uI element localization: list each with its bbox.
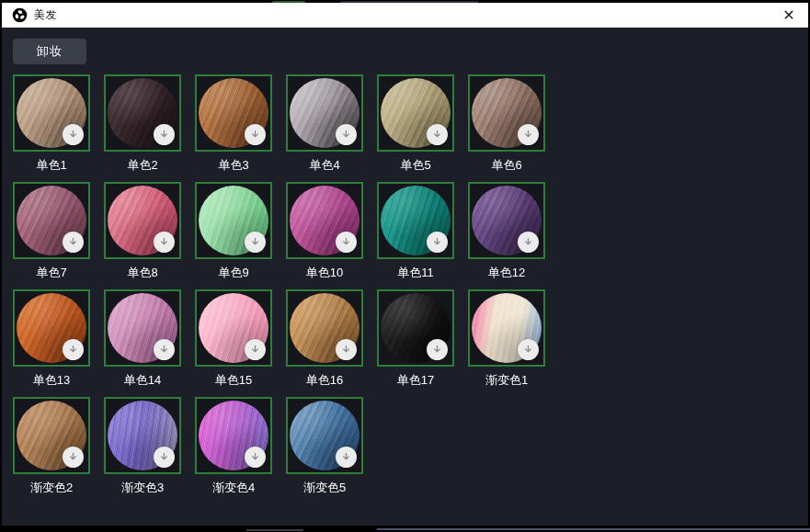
download-icon[interactable] — [154, 339, 175, 360]
download-icon[interactable] — [245, 339, 266, 360]
hair-style-item[interactable]: 单色16 — [286, 289, 363, 388]
download-icon[interactable] — [245, 447, 266, 468]
hair-style-item[interactable]: 单色9 — [195, 182, 272, 280]
hair-swatch-tile[interactable] — [286, 182, 363, 259]
download-icon[interactable] — [63, 447, 84, 468]
download-icon[interactable] — [518, 124, 539, 145]
hair-style-label: 渐变色2 — [13, 480, 90, 495]
hair-swatch-tile[interactable] — [104, 74, 181, 152]
hair-swatch-tile[interactable] — [104, 182, 181, 259]
hair-style-item[interactable]: 渐变色3 — [104, 397, 181, 495]
hair-style-item[interactable]: 单色17 — [377, 289, 454, 388]
hair-style-item[interactable]: 单色6 — [468, 74, 545, 173]
hair-style-item[interactable]: 渐变色4 — [195, 397, 272, 495]
hair-style-item[interactable]: 单色8 — [104, 182, 181, 280]
hair-swatch-tile[interactable] — [377, 74, 454, 152]
hair-swatch-tile[interactable] — [104, 397, 181, 474]
hair-swatch-tile[interactable] — [195, 289, 272, 367]
hair-swatch-tile[interactable] — [104, 289, 181, 367]
hair-style-label: 单色1 — [13, 157, 90, 173]
hair-swatch-tile[interactable] — [195, 397, 272, 474]
hair-style-label: 单色9 — [195, 265, 272, 280]
hair-style-label: 单色2 — [104, 157, 181, 173]
window-frame: 美发 ✕ 卸妆 单色1 单色2 — [0, 0, 810, 532]
hair-style-item[interactable]: 单色1 — [13, 74, 90, 173]
download-icon[interactable] — [336, 339, 357, 360]
hair-style-item[interactable]: 单色5 — [377, 74, 454, 173]
background-artifact — [246, 529, 303, 531]
hair-style-label: 单色6 — [468, 157, 545, 173]
download-icon[interactable] — [518, 339, 539, 360]
hair-style-grid: 单色1 单色2 单色3 — [13, 74, 808, 495]
hair-style-item[interactable]: 单色13 — [13, 289, 90, 388]
hair-style-label: 渐变色5 — [286, 480, 363, 495]
download-icon[interactable] — [518, 232, 539, 253]
download-icon[interactable] — [154, 232, 175, 253]
close-button[interactable]: ✕ — [779, 6, 799, 26]
hair-style-item[interactable]: 单色3 — [195, 74, 272, 173]
download-icon[interactable] — [427, 232, 448, 253]
hair-style-item[interactable]: 单色15 — [195, 289, 272, 388]
hair-swatch-tile[interactable] — [13, 397, 90, 474]
download-icon[interactable] — [336, 232, 357, 253]
background-app-bottom-strip — [0, 526, 810, 532]
download-icon[interactable] — [245, 124, 266, 145]
hair-style-label: 单色17 — [377, 372, 454, 388]
background-artifact — [377, 528, 810, 530]
hair-swatch-tile[interactable] — [377, 182, 454, 259]
download-icon[interactable] — [63, 339, 84, 360]
hair-style-item[interactable]: 单色11 — [377, 182, 454, 280]
download-icon[interactable] — [427, 339, 448, 360]
hair-swatch-tile[interactable] — [468, 289, 545, 367]
hair-style-label: 单色8 — [104, 265, 181, 280]
download-icon[interactable] — [154, 124, 175, 145]
hair-style-item[interactable]: 渐变色2 — [13, 397, 90, 495]
hair-swatch-tile[interactable] — [286, 74, 363, 152]
hair-style-label: 渐变色1 — [468, 372, 545, 388]
hair-swatch-tile[interactable] — [468, 182, 545, 259]
hair-swatch-tile[interactable] — [13, 182, 90, 259]
hair-style-item[interactable]: 单色2 — [104, 74, 181, 173]
download-icon[interactable] — [63, 124, 84, 145]
hair-swatch-tile[interactable] — [195, 182, 272, 259]
remove-makeup-button[interactable]: 卸妆 — [13, 39, 86, 64]
download-icon[interactable] — [427, 124, 448, 145]
hair-style-item[interactable]: 单色12 — [468, 182, 545, 280]
hair-style-label: 单色12 — [468, 265, 545, 280]
window-title: 美发 — [34, 7, 57, 23]
hair-style-label: 渐变色4 — [195, 480, 272, 495]
download-icon[interactable] — [336, 124, 357, 145]
download-icon[interactable] — [154, 447, 175, 468]
hair-style-label: 单色10 — [286, 265, 363, 280]
hair-swatch-tile[interactable] — [13, 289, 90, 367]
hair-style-label: 单色7 — [13, 265, 90, 280]
hair-swatch-tile[interactable] — [468, 74, 545, 152]
hair-style-label: 单色4 — [286, 157, 363, 173]
hair-swatch-tile[interactable] — [13, 74, 90, 152]
hair-style-label: 单色14 — [104, 372, 181, 388]
hair-style-label: 单色3 — [195, 157, 272, 173]
hair-swatch-tile[interactable] — [286, 397, 363, 474]
hair-style-item[interactable]: 渐变色5 — [286, 397, 363, 495]
hair-style-label: 单色11 — [377, 265, 454, 280]
download-icon[interactable] — [63, 232, 84, 253]
titlebar[interactable]: 美发 ✕ — [2, 3, 808, 28]
hair-style-label: 单色13 — [13, 372, 90, 388]
dialog-content: 卸妆 单色1 单色2 — [2, 28, 808, 526]
hair-swatch-tile[interactable] — [195, 74, 272, 152]
hair-style-label: 渐变色3 — [104, 480, 181, 495]
hair-style-item[interactable]: 渐变色1 — [468, 289, 545, 388]
hair-style-label: 单色5 — [377, 157, 454, 173]
hair-style-item[interactable]: 单色7 — [13, 182, 90, 280]
hair-style-label: 单色16 — [286, 372, 363, 388]
download-icon[interactable] — [336, 447, 357, 468]
hair-style-label: 单色15 — [195, 372, 272, 388]
hair-style-item[interactable]: 单色10 — [286, 182, 363, 280]
hair-swatch-tile[interactable] — [286, 289, 363, 367]
hair-swatch-tile[interactable] — [377, 289, 454, 367]
hair-style-item[interactable]: 单色14 — [104, 289, 181, 388]
obs-logo-icon — [12, 7, 28, 23]
hair-style-item[interactable]: 单色4 — [286, 74, 363, 173]
download-icon[interactable] — [245, 232, 266, 253]
